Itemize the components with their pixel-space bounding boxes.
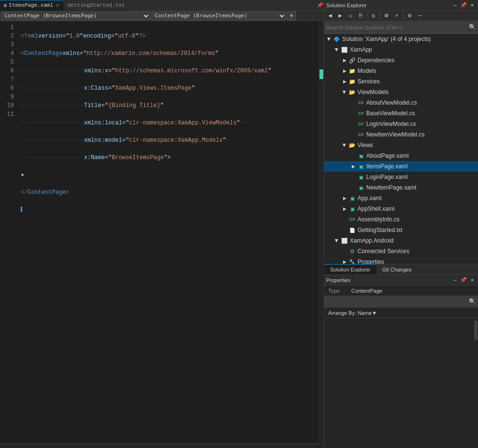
tree-item-aboutpage[interactable]: ▶ ▣ AboutPage.xaml xyxy=(324,150,478,161)
props-type-label: Type xyxy=(328,288,347,294)
tree-item-baseviewmodel[interactable]: ▶ C# BaseViewModel.cs xyxy=(324,108,478,119)
appshell-icon: ▣ xyxy=(348,205,356,213)
code-minimap xyxy=(318,21,324,443)
tree-item-services[interactable]: ▶ 📁 Services xyxy=(324,76,478,87)
props-arrange-row: Arrange By: Name ▼ xyxy=(324,308,478,318)
xamapp-project-icon: ⬜ xyxy=(341,46,348,54)
se-minimize-btn[interactable]: — xyxy=(451,1,459,9)
back-btn[interactable]: ◀ xyxy=(325,12,335,20)
tree-item-app[interactable]: ▶ ▣ App.xaml xyxy=(324,193,478,204)
itemspage-arrow: ▶ xyxy=(349,163,357,170)
aboutpage-label: AboutPage.xaml xyxy=(366,152,409,159)
props-minimize-btn[interactable]: — xyxy=(451,276,459,284)
properties-search-input[interactable] xyxy=(326,299,469,305)
tree-item-loginpage[interactable]: ▶ ▣ LoginPage.xaml xyxy=(324,172,478,182)
models-icon: 📁 xyxy=(348,67,356,75)
tree-item-appshell[interactable]: ▶ ▣ AppShell.xaml xyxy=(324,204,478,214)
tree-item-views[interactable]: ▶ 📂 Views xyxy=(324,140,478,150)
props-arrange-dropdown[interactable]: ▼ xyxy=(372,310,377,316)
solution-explorer-tree[interactable]: ▶ 🔷 Solution 'XamApp' (4 of 4 projects) … xyxy=(324,34,478,264)
loginvm-icon: C# xyxy=(357,120,365,128)
editor-pin-btn[interactable]: 📌 xyxy=(316,1,324,9)
tab-itemspage-label: ItemsPage.xaml xyxy=(9,2,53,8)
appshell-arrow: ▶ xyxy=(341,205,348,213)
git-changes-bottom-tab[interactable]: Git Changes xyxy=(376,264,417,275)
services-icon: 📁 xyxy=(348,78,356,85)
gettingstarted-label: GettingStarted.txt xyxy=(358,227,402,233)
code-line-11: ▌ xyxy=(17,205,318,214)
deps-label: Dependencies xyxy=(358,57,395,64)
tree-item-dependencies[interactable]: ▶ 🔗 Dependencies xyxy=(324,55,478,66)
code-line-8: ················x:Name="BrowseItemsPage"… xyxy=(17,153,318,162)
settings-btn[interactable]: ⚙ xyxy=(405,12,414,20)
solution-explorer-search-input[interactable] xyxy=(326,25,469,30)
show-all-btn[interactable]: ⊞ xyxy=(382,12,391,20)
props-close-btn[interactable]: ✕ xyxy=(468,276,476,284)
itemspage-icon: ▣ xyxy=(357,163,365,170)
tree-item-loginviewmodel[interactable]: ▶ C# LoginViewModel.cs xyxy=(324,119,478,129)
collapse-btn[interactable]: — xyxy=(415,12,425,20)
tree-item-models[interactable]: ▶ 📁 Models xyxy=(324,66,478,76)
se-close-btn[interactable]: ✕ xyxy=(468,1,476,9)
code-line-1: <?xml version="1.0" encoding="utf-8"?> xyxy=(17,32,318,41)
viewmodels-arrow: ▶ xyxy=(341,88,348,96)
tab-itemspage-close[interactable]: ✕ xyxy=(55,2,60,8)
xaml-file-icon: ▣ xyxy=(4,2,7,8)
tree-item-newitempage[interactable]: ▶ ▣ NewItemPage.xaml xyxy=(324,182,478,193)
solution-icon: 🔷 xyxy=(333,35,341,43)
bottom-tab-bar: Solution Explorer Git Changes xyxy=(324,264,478,274)
refresh-btn[interactable]: ↻ xyxy=(369,12,378,20)
tree-item-newitemviewmodel[interactable]: ▶ C# NewItemViewModel.cs xyxy=(324,129,478,140)
props-tree-icon: 🔧 xyxy=(348,258,356,264)
tree-item-properties[interactable]: ▶ 🔧 Properties xyxy=(324,257,478,264)
tab-itemspage[interactable]: ▣ ItemsPage.xaml ✕ xyxy=(0,0,64,11)
tree-item-aboutviewmodel[interactable]: ▶ C# AboutViewModel.cs xyxy=(324,97,478,108)
line-numbers: 1 2 3 4 5 6 7 8 9 10 11 xyxy=(0,21,17,443)
tree-item-xamapp[interactable]: ▶ ⬜ XamApp xyxy=(324,44,478,55)
solution-explorer-bottom-label: Solution Explorer xyxy=(330,267,371,272)
class-dropdown-left[interactable]: ContentPage (BrowseItemsPage) xyxy=(1,12,150,20)
props-scrollbar-thumb xyxy=(474,321,478,340)
tree-item-assemblyinfo[interactable]: ▶ C# AssemblyInfo.cs xyxy=(324,214,478,225)
search-icon: 🔍 xyxy=(469,24,476,31)
loginpage-icon: ▣ xyxy=(357,173,365,181)
code-line-3: ················xmlns:x="http://schemas.… xyxy=(17,67,318,75)
tree-item-gettingstarted[interactable]: ▶ 📄 GettingStarted.txt xyxy=(324,225,478,235)
basevm-icon: C# xyxy=(357,109,365,117)
copy-btn[interactable]: ⎘ xyxy=(356,12,365,20)
props-content-area xyxy=(324,318,478,448)
tree-item-connected-services[interactable]: ▶ ⚙ Connected Services xyxy=(324,246,478,257)
tab-gettingstarted[interactable]: GettingStarted.txt xyxy=(64,0,129,11)
tree-item-itemspage[interactable]: ▶ ▣ ItemsPage.xaml xyxy=(324,161,478,172)
solution-explorer-bottom-tab[interactable]: Solution Explorer xyxy=(324,264,376,275)
code-editor[interactable]: <?xml version="1.0" encoding="utf-8"?> <… xyxy=(17,21,318,443)
views-arrow: ▶ xyxy=(341,141,348,149)
loginvm-label: LoginViewModel.cs xyxy=(366,121,416,127)
aboutvm-label: AboutViewModel.cs xyxy=(366,99,417,106)
code-area[interactable]: 1 2 3 4 5 6 7 8 9 10 11 <?xml version="1… xyxy=(0,21,324,443)
se-pin-btn[interactable]: 📌 xyxy=(460,1,467,9)
editor-dropdown-bar: ContentPage (BrowseItemsPage) ContentPag… xyxy=(0,11,324,21)
props-pin-btn[interactable]: 📌 xyxy=(460,276,467,284)
class-dropdown-right[interactable]: ContentPage (BrowseItemsPage) xyxy=(151,12,286,20)
aboutpage-icon: ▣ xyxy=(357,152,365,160)
xamapp-label: XamApp xyxy=(350,46,372,53)
h-scrollbar[interactable] xyxy=(0,443,324,448)
newitemvm-label: NewItemViewModel.cs xyxy=(366,131,425,138)
props-v-scrollbar[interactable] xyxy=(473,318,478,448)
newitempage-label: NewItemPage.xaml xyxy=(366,184,416,191)
tree-item-solution[interactable]: ▶ 🔷 Solution 'XamApp' (4 of 4 projects) xyxy=(324,34,478,44)
solution-arrow: ▶ xyxy=(325,35,333,43)
aboutvm-icon: C# xyxy=(357,99,365,107)
tree-item-viewmodels[interactable]: ▶ 📂 ViewModels xyxy=(324,87,478,97)
tree-item-xamapp-android[interactable]: ▶ ⬜ XamApp.Android xyxy=(324,235,478,246)
code-line-5: ················Title="{Binding Title}" xyxy=(17,101,318,110)
forward-btn[interactable]: ▶ xyxy=(335,12,345,20)
views-icon: 📂 xyxy=(348,141,356,149)
toolbar-sep-1 xyxy=(367,13,367,19)
models-arrow: ▶ xyxy=(341,67,348,75)
filter-btn[interactable]: ⚡ xyxy=(392,12,401,20)
home-btn[interactable]: ⌂ xyxy=(345,12,355,20)
toolbar-sep-2 xyxy=(380,13,380,19)
add-member-btn[interactable]: + xyxy=(287,12,296,20)
